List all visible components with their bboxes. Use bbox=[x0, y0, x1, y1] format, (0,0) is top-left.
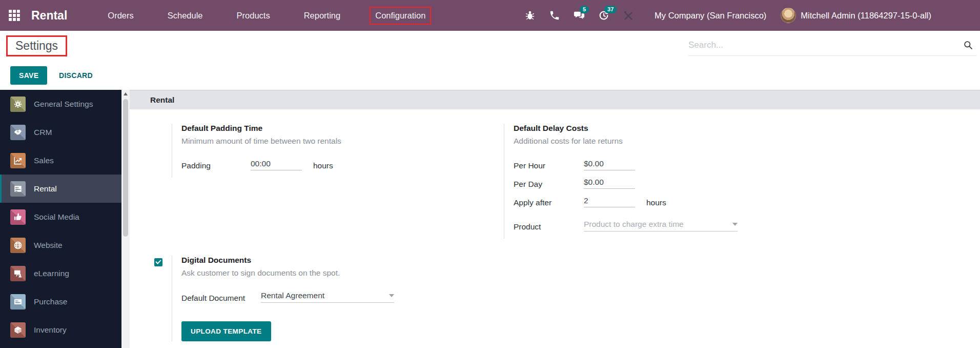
bug-icon[interactable] bbox=[524, 10, 536, 21]
app-menu: Orders Schedule Products Reporting Confi… bbox=[103, 7, 431, 25]
digital-documents-checkbox[interactable] bbox=[154, 258, 162, 266]
section-header: Rental bbox=[130, 90, 980, 109]
setting-title: Default Padding Time bbox=[181, 124, 479, 133]
setting-description: Minimum amount of time between two renta… bbox=[181, 137, 479, 146]
per-day-input[interactable]: $0.00 bbox=[584, 178, 635, 189]
setting-description: Additional costs for late returns bbox=[514, 137, 770, 146]
apps-grid-icon[interactable] bbox=[8, 9, 21, 22]
purchase-card-icon bbox=[10, 294, 26, 310]
per-hour-input[interactable]: $0.00 bbox=[584, 159, 635, 170]
sidebar-item-crm[interactable]: CRM bbox=[0, 118, 121, 146]
page-title: Settings bbox=[6, 35, 67, 56]
apply-after-label: Apply after bbox=[514, 198, 584, 207]
content-scrollbar[interactable] bbox=[121, 90, 130, 348]
padding-time-input[interactable]: 00:00 bbox=[251, 159, 302, 170]
setting-box-delay-costs: Default Delay Costs Additional costs for… bbox=[504, 124, 770, 239]
company-switcher[interactable]: My Company (San Francisco) bbox=[655, 11, 766, 21]
sales-chart-icon bbox=[10, 153, 26, 168]
sidebar-item-label: Purchase bbox=[34, 297, 67, 306]
app-title[interactable]: Rental bbox=[31, 9, 67, 23]
setting-box-digital-documents: Digital Documents Ask customer to sign d… bbox=[172, 256, 479, 341]
user-menu[interactable]: Mitchell Admin (11864297-15-0-all) bbox=[801, 11, 931, 21]
sidebar-item-purchase[interactable]: Purchase bbox=[0, 287, 121, 316]
scroll-up-arrow-icon[interactable] bbox=[121, 90, 130, 98]
sidebar-item-label: Social Media bbox=[34, 212, 79, 222]
phone-icon[interactable] bbox=[549, 10, 560, 21]
sidebar-item-label: Website bbox=[34, 241, 63, 250]
sidebar-item-elearning[interactable]: eLearning bbox=[0, 259, 121, 287]
apply-after-unit-label: hours bbox=[646, 198, 666, 207]
scrollbar-thumb[interactable] bbox=[123, 99, 128, 237]
sidebar-item-rental[interactable]: Rental bbox=[0, 175, 121, 203]
activity-badge: 37 bbox=[604, 6, 617, 13]
sidebar-item-label: CRM bbox=[34, 128, 52, 137]
chevron-down-icon bbox=[732, 223, 738, 226]
crm-handshake-icon bbox=[10, 125, 26, 140]
website-globe-icon bbox=[10, 238, 26, 253]
setting-box-padding-time: Default Padding Time Minimum amount of t… bbox=[172, 124, 479, 178]
sidebar-item-label: General Settings bbox=[34, 100, 93, 109]
settings-sidebar: General Settings CRM Sales Rental Social… bbox=[0, 90, 121, 348]
chat-badge: 5 bbox=[580, 6, 589, 13]
sidebar-item-sales[interactable]: Sales bbox=[0, 146, 121, 175]
magnifier-icon[interactable] bbox=[963, 40, 973, 50]
discard-button[interactable]: DISCARD bbox=[54, 66, 98, 85]
setting-title: Default Delay Costs bbox=[514, 124, 770, 133]
activity-clock-icon[interactable]: 37 bbox=[598, 10, 609, 21]
apply-after-input[interactable]: 2 bbox=[584, 196, 635, 207]
setting-description: Ask customer to sign documents on the sp… bbox=[181, 268, 479, 278]
rental-schedule-icon bbox=[10, 181, 26, 197]
menu-reporting[interactable]: Reporting bbox=[299, 8, 345, 24]
sidebar-item-social-media[interactable]: Social Media bbox=[0, 203, 121, 231]
sidebar-item-general-settings[interactable]: General Settings bbox=[0, 90, 121, 118]
per-day-label: Per Day bbox=[514, 180, 584, 189]
inventory-box-icon bbox=[10, 322, 26, 338]
menu-configuration[interactable]: Configuration bbox=[370, 7, 431, 25]
default-document-value: Rental Agreement bbox=[261, 291, 324, 300]
user-avatar[interactable] bbox=[781, 8, 796, 23]
settings-content: Rental Default Padding Time Minimum amou… bbox=[130, 90, 980, 348]
search-input[interactable] bbox=[688, 40, 963, 50]
tools-icon[interactable] bbox=[623, 10, 634, 21]
product-label: Product bbox=[514, 222, 584, 231]
default-document-select[interactable]: Rental Agreement bbox=[261, 291, 394, 303]
setting-title: Digital Documents bbox=[181, 256, 479, 265]
default-document-label: Default Document bbox=[181, 294, 261, 303]
sidebar-item-label: eLearning bbox=[34, 269, 69, 278]
control-panel: Settings bbox=[0, 31, 980, 64]
product-select-placeholder: Product to charge extra time bbox=[584, 220, 684, 229]
upload-template-button[interactable]: UPLOAD TEMPLATE bbox=[181, 321, 271, 341]
menu-products[interactable]: Products bbox=[232, 8, 275, 24]
action-buttons-row: SAVE DISCARD bbox=[0, 64, 980, 90]
chevron-down-icon bbox=[389, 294, 394, 297]
product-select[interactable]: Product to charge extra time bbox=[584, 220, 738, 231]
general-settings-gear-icon bbox=[10, 96, 26, 112]
sidebar-item-label: Inventory bbox=[34, 325, 67, 335]
save-button[interactable]: SAVE bbox=[10, 66, 47, 85]
top-navbar: Rental Orders Schedule Products Reportin… bbox=[0, 0, 980, 31]
sidebar-item-label: Sales bbox=[34, 156, 54, 165]
padding-unit-label: hours bbox=[313, 161, 333, 170]
padding-field-label: Padding bbox=[181, 161, 251, 170]
sidebar-item-website[interactable]: Website bbox=[0, 231, 121, 259]
systray: 5 37 My Company (San Francisco) Mitchell… bbox=[511, 8, 980, 23]
elearning-presentation-icon bbox=[10, 266, 26, 281]
rental-settings-page: Rental Orders Schedule Products Reportin… bbox=[0, 0, 980, 348]
social-thumbs-up-icon bbox=[10, 209, 26, 225]
per-hour-label: Per Hour bbox=[514, 161, 584, 170]
search-box bbox=[688, 34, 976, 56]
sidebar-item-inventory[interactable]: Inventory bbox=[0, 316, 121, 344]
menu-orders[interactable]: Orders bbox=[103, 8, 138, 24]
chat-icon[interactable]: 5 bbox=[574, 10, 585, 21]
sidebar-item-label: Rental bbox=[34, 184, 57, 194]
menu-schedule[interactable]: Schedule bbox=[163, 8, 208, 24]
